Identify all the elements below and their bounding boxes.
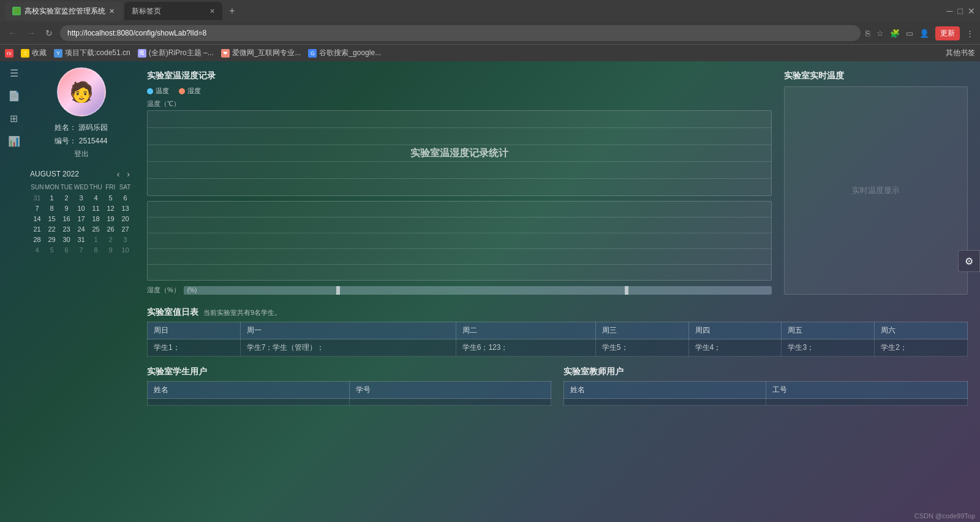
cal-day[interactable]: 25 bbox=[89, 224, 103, 234]
schedule-cell-sat: 学生2； bbox=[875, 339, 968, 357]
browser-chrome: 🌿 高校实验室监控管理系统 ✕ 新标签页 ✕ + ─ □ ✕ ← → ↻ ⎘ ☆… bbox=[0, 0, 980, 61]
cal-day[interactable]: 31 bbox=[74, 235, 88, 244]
scrollbar-thumb-right[interactable] bbox=[625, 286, 628, 295]
maximize-icon[interactable]: □ bbox=[958, 6, 963, 16]
update-button[interactable]: 更新 bbox=[935, 26, 960, 40]
bookmark-rx[interactable]: rx bbox=[5, 49, 13, 58]
tab-active[interactable]: 🌿 高校实验室监控管理系统 ✕ bbox=[5, 2, 122, 20]
humidity-scrollbar-track[interactable]: (%) bbox=[184, 286, 772, 295]
bookmark-awei[interactable]: ❤ 爱微网_互联网专业... bbox=[221, 48, 301, 58]
menu-icon-sidebar[interactable]: ☰ bbox=[10, 67, 18, 79]
cal-day[interactable]: 9 bbox=[104, 245, 118, 255]
cal-day[interactable]: 3 bbox=[118, 235, 132, 244]
calendar-next[interactable]: › bbox=[124, 169, 132, 179]
cal-day[interactable]: 10 bbox=[74, 203, 88, 213]
cal-day[interactable]: 14 bbox=[30, 214, 44, 224]
tab-close-btn[interactable]: ✕ bbox=[109, 7, 115, 15]
cal-day[interactable]: 7 bbox=[30, 203, 44, 213]
bookmark-collections[interactable]: ⭐ 收藏 bbox=[21, 48, 47, 58]
cal-day[interactable]: 27 bbox=[118, 224, 132, 234]
nav-bar: ← → ↻ ⎘ ☆ 🧩 ▭ 👤 更新 ⋮ bbox=[0, 22, 980, 44]
title-bar: 🌿 高校实验室监控管理系统 ✕ 新标签页 ✕ + ─ □ ✕ bbox=[0, 0, 980, 22]
menu-icon[interactable]: ⋮ bbox=[966, 29, 974, 38]
schedule-cell-tue: 学生6；123； bbox=[456, 339, 595, 357]
cal-day[interactable]: 8 bbox=[45, 203, 59, 213]
cal-day[interactable]: 24 bbox=[74, 224, 88, 234]
profile-icon[interactable]: 👤 bbox=[919, 29, 929, 38]
close-icon[interactable]: ✕ bbox=[968, 6, 975, 16]
user-name-label: 姓名： bbox=[55, 123, 77, 132]
cal-day[interactable]: 17 bbox=[74, 214, 88, 224]
cal-day[interactable]: 15 bbox=[45, 214, 59, 224]
cal-day[interactable]: 29 bbox=[45, 235, 59, 244]
cal-day[interactable]: 4 bbox=[89, 193, 103, 203]
grid-icon-sidebar[interactable]: ⊞ bbox=[10, 113, 18, 124]
scrollbar-thumb-left[interactable] bbox=[336, 286, 340, 295]
minimize-icon[interactable]: ─ bbox=[947, 6, 953, 16]
cal-day[interactable]: 31 bbox=[30, 193, 44, 203]
schedule-cell-fri: 学生3； bbox=[782, 339, 875, 357]
cal-day[interactable]: 11 bbox=[89, 203, 103, 213]
bookmark-ripro[interactable]: 魔 (全新)RiPro主题 –... bbox=[138, 48, 214, 58]
bookmark-others-label: 其他书签 bbox=[946, 48, 975, 58]
cal-day[interactable]: 3 bbox=[74, 193, 88, 203]
cal-day[interactable]: 6 bbox=[118, 193, 132, 203]
students-table: 姓名 学号 bbox=[147, 381, 551, 406]
cal-day[interactable]: 23 bbox=[59, 224, 74, 234]
cal-day[interactable]: 8 bbox=[89, 245, 103, 255]
chart-icon-sidebar[interactable]: 📊 bbox=[8, 135, 20, 147]
new-tab-close-btn[interactable]: ✕ bbox=[209, 7, 215, 15]
cal-day[interactable]: 7 bbox=[74, 245, 88, 255]
cast-icon[interactable]: ⎘ bbox=[865, 29, 870, 38]
address-bar[interactable] bbox=[60, 25, 861, 41]
bookmark-code51[interactable]: Y 项目下载:code51.cn bbox=[54, 48, 130, 58]
cal-day[interactable]: 28 bbox=[30, 235, 44, 244]
chart-legend: 温度 湿度 bbox=[147, 86, 772, 96]
cal-day[interactable]: 19 bbox=[104, 214, 118, 224]
weekday-mon: MON bbox=[45, 184, 59, 191]
humidity-value-display: (%) bbox=[187, 287, 197, 293]
cal-day[interactable]: 13 bbox=[118, 203, 132, 213]
tab-new[interactable]: 新标签页 ✕ bbox=[124, 2, 222, 20]
refresh-button[interactable]: ↻ bbox=[43, 27, 55, 39]
logout-button[interactable]: 登出 bbox=[74, 149, 89, 159]
extension-icon[interactable]: 🧩 bbox=[890, 29, 900, 38]
folder-icon-sidebar[interactable]: 📄 bbox=[8, 90, 20, 102]
cal-day[interactable]: 2 bbox=[104, 235, 118, 244]
cal-day[interactable]: 1 bbox=[45, 193, 59, 203]
cal-day[interactable]: 12 bbox=[104, 203, 118, 213]
back-button[interactable]: ← bbox=[6, 27, 20, 39]
cal-day[interactable]: 18 bbox=[89, 214, 103, 224]
schedule-subtitle: 当前实验室共有9名学生。 bbox=[203, 308, 281, 317]
bookmark-ripro-label: (全新)RiPro主题 –... bbox=[149, 48, 214, 58]
cal-day[interactable]: 4 bbox=[30, 245, 44, 255]
sidebar-toggle-icon[interactable]: ▭ bbox=[906, 29, 913, 38]
students-section: 实验室学生用户 姓名 学号 bbox=[147, 366, 551, 406]
legend-temp: 温度 bbox=[147, 86, 169, 96]
forward-button[interactable]: → bbox=[24, 27, 38, 39]
schedule-col-mon: 周一 bbox=[240, 322, 456, 339]
cal-day[interactable]: 30 bbox=[59, 235, 74, 244]
bookmark-icon[interactable]: ☆ bbox=[876, 29, 884, 38]
new-tab-button[interactable]: + bbox=[225, 4, 239, 18]
cal-day[interactable]: 6 bbox=[59, 245, 74, 255]
cal-day[interactable]: 5 bbox=[45, 245, 59, 255]
cal-day[interactable]: 22 bbox=[45, 224, 59, 234]
bookmark-others[interactable]: 其他书签 bbox=[946, 48, 975, 58]
cal-day[interactable]: 10 bbox=[118, 245, 132, 255]
bookmark-google[interactable]: G 谷歌搜索_google... bbox=[308, 48, 381, 58]
teachers-table: 姓名 工号 bbox=[564, 381, 968, 406]
cal-day[interactable]: 1 bbox=[89, 235, 103, 244]
cal-day[interactable]: 9 bbox=[59, 203, 74, 213]
cal-day[interactable]: 26 bbox=[104, 224, 118, 234]
cal-day[interactable]: 2 bbox=[59, 193, 74, 203]
cal-day[interactable]: 16 bbox=[59, 214, 74, 224]
cal-day[interactable]: 21 bbox=[30, 224, 44, 234]
calendar-prev[interactable]: ‹ bbox=[115, 169, 123, 179]
bookmark-ripro-icon: 魔 bbox=[138, 49, 146, 58]
student-name-cell bbox=[148, 399, 350, 406]
cal-day[interactable]: 5 bbox=[104, 193, 118, 203]
sidebar-main: 🧑 姓名： 源码乐园 编号： 2515444 登出 AUGUST 2022 ‹ … bbox=[28, 61, 135, 522]
settings-button[interactable]: ⚙ bbox=[958, 250, 980, 272]
cal-day[interactable]: 20 bbox=[118, 214, 132, 224]
